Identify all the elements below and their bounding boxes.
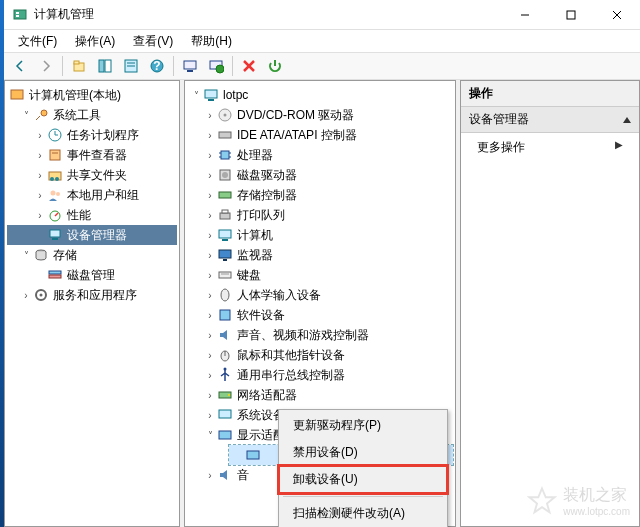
device-sound[interactable]: ›声音、视频和游戏控制器 [187,325,453,345]
menu-file[interactable]: 文件(F) [10,31,65,52]
up-button[interactable] [67,54,91,78]
chevron-right-icon[interactable]: › [203,308,217,322]
chevron-right-icon[interactable]: › [203,188,217,202]
device-network[interactable]: ›网络适配器 [187,385,453,405]
display-adapter-icon [217,427,233,443]
chevron-down-icon[interactable]: ˅ [189,88,203,102]
svg-text:?: ? [153,59,160,73]
tree-root[interactable]: 计算机管理(本地) [7,85,177,105]
chevron-right-icon[interactable]: › [203,268,217,282]
chevron-right-icon[interactable]: › [19,288,33,302]
tree-local-users[interactable]: › 本地用户和组 [7,185,177,205]
tree-system-tools[interactable]: ˅ 系统工具 [7,105,177,125]
device-hid[interactable]: ›人体学输入设备 [187,285,453,305]
menu-action[interactable]: 操作(A) [67,31,123,52]
chevron-right-icon: ▶ [615,139,623,150]
mouse-icon [217,347,233,363]
chevron-right-icon[interactable]: › [203,288,217,302]
chevron-right-icon[interactable]: › [203,228,217,242]
tree-event-viewer[interactable]: › 事件查看器 [7,145,177,165]
show-hide-tree-button[interactable] [93,54,117,78]
actions-device-manager[interactable]: 设备管理器 [461,107,639,133]
ctx-scan-hardware[interactable]: 扫描检测硬件改动(A) [279,500,447,527]
svg-rect-35 [50,230,60,237]
svg-rect-1 [16,12,19,14]
tree-storage[interactable]: ˅ 存储 [7,245,177,265]
device-print-queue[interactable]: ›打印队列 [187,205,453,225]
mmc-icon [9,87,25,103]
chevron-right-icon[interactable]: › [203,328,217,342]
chevron-right-icon[interactable]: › [33,208,47,222]
maximize-button[interactable] [548,0,594,30]
tree-task-scheduler[interactable]: › 任务计划程序 [7,125,177,145]
chevron-right-icon[interactable]: › [203,368,217,382]
device-ide[interactable]: ›IDE ATA/ATAPI 控制器 [187,125,453,145]
computer-icon-button[interactable] [178,54,202,78]
chevron-right-icon[interactable]: › [33,128,47,142]
chevron-right-icon[interactable]: › [33,188,47,202]
chevron-down-icon[interactable]: ˅ [203,428,217,442]
chevron-right-icon[interactable]: › [33,148,47,162]
device-software-dev[interactable]: ›软件设备 [187,305,453,325]
menu-view[interactable]: 查看(V) [125,31,181,52]
console-tree-pane: 计算机管理(本地) ˅ 系统工具 › 任务计划程序 › 事件查看器 › 共享文件… [4,80,180,527]
chevron-right-icon[interactable]: › [33,168,47,182]
cpu-icon [217,147,233,163]
chevron-right-icon[interactable]: › [203,388,217,402]
tree-disk-mgmt[interactable]: 磁盘管理 [7,265,177,285]
menu-help[interactable]: 帮助(H) [183,31,240,52]
app-icon [12,7,28,23]
close-button[interactable] [594,0,640,30]
svg-rect-10 [105,60,111,72]
ctx-update-driver[interactable]: 更新驱动程序(P) [279,412,447,439]
chevron-right-icon[interactable]: › [203,148,217,162]
device-computer[interactable]: ›计算机 [187,225,453,245]
chevron-right-icon[interactable]: › [203,208,217,222]
device-mouse[interactable]: ›鼠标和其他指针设备 [187,345,453,365]
minimize-button[interactable] [502,0,548,30]
chevron-right-icon[interactable]: › [203,168,217,182]
tools-icon [33,107,49,123]
chevron-right-icon[interactable]: › [203,408,217,422]
back-button[interactable] [8,54,32,78]
uninstall-button[interactable] [237,54,261,78]
context-menu: 更新驱动程序(P) 禁用设备(D) 卸载设备(U) 扫描检测硬件改动(A) 属性… [278,409,448,527]
chevron-right-icon[interactable]: › [203,468,217,482]
ctx-separator [283,496,443,497]
device-cpu[interactable]: ›处理器 [187,145,453,165]
chevron-right-icon[interactable]: › [203,248,217,262]
chevron-right-icon[interactable]: › [203,348,217,362]
forward-button[interactable] [34,54,58,78]
tree-performance[interactable]: › 性能 [7,205,177,225]
chevron-right-icon[interactable]: › [203,108,217,122]
device-storage-ctrl[interactable]: ›存储控制器 [187,185,453,205]
tree-services-apps[interactable]: › 服务和应用程序 [7,285,177,305]
system-icon [217,407,233,423]
chevron-down-icon[interactable]: ˅ [19,108,33,122]
tree-shared-folders[interactable]: › 共享文件夹 [7,165,177,185]
device-usb[interactable]: ›通用串行总线控制器 [187,365,453,385]
svg-rect-26 [50,150,60,160]
enable-button[interactable] [263,54,287,78]
device-monitor[interactable]: ›监视器 [187,245,453,265]
device-root[interactable]: ˅ lotpc [187,85,453,105]
ctx-uninstall-device[interactable]: 卸载设备(U) [279,466,447,493]
watermark: 装机之家 www.lotpc.com [527,485,630,517]
properties-button[interactable] [119,54,143,78]
help-button[interactable]: ? [145,54,169,78]
actions-more[interactable]: 更多操作 ▶ [461,133,639,162]
computer-icon [203,87,219,103]
scan-hardware-button[interactable] [204,54,228,78]
ctx-disable-device[interactable]: 禁用设备(D) [279,439,447,466]
svg-point-53 [222,172,228,178]
chevron-down-icon[interactable]: ˅ [19,248,33,262]
device-keyboard[interactable]: ›键盘 [187,265,453,285]
chevron-right-icon[interactable]: › [203,128,217,142]
device-dvd[interactable]: ›DVD/CD-ROM 驱动器 [187,105,453,125]
svg-rect-64 [220,310,230,320]
storage-ctrl-icon [217,187,233,203]
performance-icon [47,207,63,223]
svg-rect-42 [205,90,217,98]
tree-device-manager[interactable]: 设备管理器 [7,225,177,245]
device-disk-drive[interactable]: ›磁盘驱动器 [187,165,453,185]
